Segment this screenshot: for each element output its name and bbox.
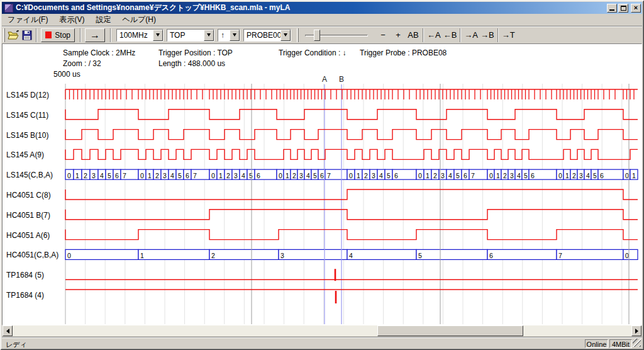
channel-label: LS145 B(10) [6, 131, 48, 140]
sample-rate-select[interactable]: 100MHz [116, 29, 164, 42]
zoom-out-button[interactable]: − [375, 28, 391, 42]
resize-grip[interactable] [633, 339, 641, 347]
probe-value: PROBE00 [244, 30, 280, 41]
menu-bar: ファイル(F) 表示(V) 設定 ヘルプ(H) [2, 14, 642, 26]
minimize-button[interactable] [607, 4, 617, 13]
dropdown-arrow-icon[interactable] [153, 30, 163, 41]
client-area [2, 43, 642, 325]
status-online-badge: Online [585, 339, 608, 348]
run-button[interactable]: → [85, 28, 105, 42]
channel-label: LS145(C,B,A) [6, 171, 53, 180]
close-icon: × [634, 4, 638, 11]
slider-handle[interactable] [314, 30, 320, 41]
title-bar[interactable]: C:¥Documents and Settings¥noname¥デスクトップ¥… [2, 2, 642, 14]
ab-range-button[interactable]: AB [406, 28, 421, 42]
sample-clock-info: Sample Clock : 2MHz [63, 48, 135, 57]
status-ready-text: レディ [6, 340, 27, 349]
toolbar-separator [460, 28, 461, 42]
close-button[interactable]: × [631, 4, 641, 13]
toolbar-separator [80, 28, 81, 42]
channel-label: LS145 A(9) [6, 150, 44, 160]
stop-icon [45, 31, 52, 38]
cursor-a-label[interactable]: A [320, 75, 329, 84]
scroll-right-icon [635, 329, 638, 334]
channel-label: HC4051 B(7) [6, 211, 50, 220]
maximize-button[interactable] [618, 4, 628, 13]
toolbar-grip [3, 28, 5, 42]
scroll-right-button[interactable] [631, 325, 641, 336]
channel-label: TP1684 (4) [6, 291, 44, 300]
probe-select[interactable]: PROBE00 [243, 29, 291, 42]
trigger-position-info: Trigger Position : TOP [158, 48, 233, 57]
channel-label: HC4051 A(6) [6, 231, 50, 240]
move-cursor-a-right-button[interactable]: →A [463, 28, 479, 42]
toolbar-grip [297, 28, 299, 42]
trigger-position-value: TOP [167, 30, 204, 41]
toolbar: Stop → 100MHz TOP ↑ PROBE00 − + AB [2, 26, 642, 43]
cursor-b-label[interactable]: B [337, 75, 346, 84]
stop-button[interactable]: Stop [41, 28, 75, 42]
dropdown-arrow-icon[interactable] [204, 30, 214, 41]
goto-trigger-button[interactable]: →T [501, 28, 516, 42]
toolbar-separator [497, 28, 499, 42]
time-scale-label: 5000 us [53, 70, 80, 79]
toolbar-separator [423, 28, 424, 42]
channel-label: HC4051(C,B,A) [6, 251, 58, 260]
dropdown-arrow-icon[interactable] [230, 30, 240, 41]
trigger-edge-value: ↑ [218, 30, 230, 41]
maximize-icon [621, 6, 626, 11]
move-cursor-b-left-button[interactable]: ←B [442, 28, 458, 42]
length-info: Length : 488.000 us [158, 59, 225, 68]
menu-help[interactable]: ヘルプ(H) [116, 13, 162, 26]
run-arrow-icon: → [90, 30, 100, 41]
horizontal-scrollbar[interactable] [3, 325, 641, 336]
menu-view[interactable]: 表示(V) [53, 13, 90, 26]
save-floppy-icon [21, 30, 33, 40]
menu-file[interactable]: ファイル(F) [2, 13, 53, 26]
channel-label: HC4051 C(8) [6, 191, 51, 200]
move-cursor-a-left-button[interactable]: ←A [426, 28, 442, 42]
menu-settings[interactable]: 設定 [90, 13, 116, 26]
zoom-info: Zoom : / 32 [63, 59, 101, 68]
channel-label: LS145 C(11) [6, 111, 48, 120]
scroll-left-button[interactable] [3, 325, 13, 336]
zoom-slider[interactable] [305, 28, 368, 42]
channel-label: LS145 D(12) [6, 91, 49, 100]
open-file-button[interactable] [6, 28, 20, 42]
toolbar-separator [36, 28, 37, 42]
window-title: C:¥Documents and Settings¥noname¥デスクトップ¥… [16, 3, 290, 13]
minimize-icon [609, 9, 614, 11]
trigger-position-select[interactable]: TOP [167, 29, 214, 42]
toolbar-separator [110, 28, 111, 42]
save-file-button[interactable] [20, 28, 34, 42]
app-window: C:¥Documents and Settings¥noname¥デスクトップ¥… [0, 0, 644, 350]
open-folder-icon [8, 30, 19, 40]
trigger-probe-info: Trigger Probe : PROBE08 [360, 48, 447, 57]
trigger-condition-info: Trigger Condition : ↓ [279, 48, 347, 57]
app-icon [4, 4, 13, 13]
status-bar: レディ Online 4MBit [2, 337, 642, 348]
scroll-left-icon [6, 329, 9, 334]
scrollbar-thumb[interactable] [377, 325, 523, 336]
dropdown-arrow-icon[interactable] [280, 30, 291, 41]
stop-label: Stop [55, 31, 70, 40]
status-memory-badge: 4MBit [609, 339, 632, 348]
sample-rate-value: 100MHz [117, 30, 153, 41]
channel-label: TP1684 (5) [6, 271, 44, 280]
zoom-in-button[interactable]: + [391, 28, 406, 42]
trigger-edge-select[interactable]: ↑ [218, 29, 240, 42]
move-cursor-b-right-button[interactable]: →B [479, 28, 496, 42]
